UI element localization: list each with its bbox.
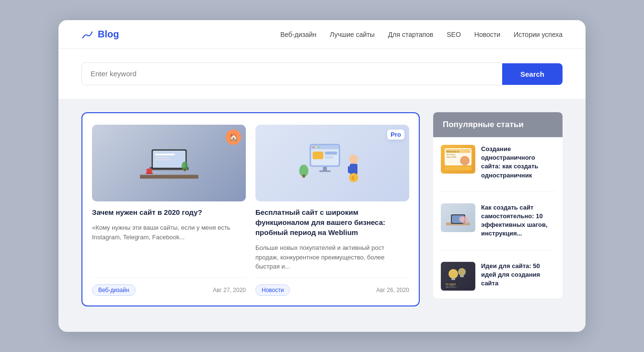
logo-icon <box>81 29 94 40</box>
svg-point-41 <box>448 269 458 279</box>
header: Blog Веб-дизайн Лучшие сайты Для стартап… <box>58 20 586 49</box>
post-meta-2: Новости Авг 26, 2020 <box>255 277 409 296</box>
nav-item-best[interactable]: Лучшие сайты <box>330 31 374 38</box>
post-title-2: Бесплатный сайт с широким функционалом д… <box>255 207 409 237</box>
post-img-illus: $ <box>255 125 409 201</box>
nav-item-success[interactable]: Истории успеха <box>514 31 563 38</box>
svg-point-14 <box>312 147 314 148</box>
main-nav: Веб-дизайн Лучшие сайты Для стартапов SE… <box>280 31 563 38</box>
svg-rect-20 <box>323 167 327 171</box>
svg-point-22 <box>349 154 358 164</box>
sidebar-img-dark: 50 ИДЕЙ ЗАПУСКА С... <box>441 262 475 291</box>
sidebar-cards: Welcome to NY Flower Show 2020 Создание … <box>433 137 563 298</box>
post-card-2[interactable]: $ Pro Бесплатный сайт с широким функцион… <box>255 125 409 296</box>
sidebar-img-1: Welcome to NY Flower Show 2020 <box>441 145 475 174</box>
svg-rect-0 <box>140 175 198 178</box>
post-meta-1: Веб-дизайн Авг 27, 2020 <box>92 277 246 296</box>
nav-item-webdesign[interactable]: Веб-дизайн <box>280 31 316 38</box>
svg-rect-18 <box>325 152 337 154</box>
sidebar-article-title-3: Идеи для сайта: 50 идей для создания сай… <box>481 262 555 288</box>
sidebar-article-3[interactable]: 50 ИДЕЙ ЗАПУСКА С... Идеи для сайта: 50 … <box>441 262 555 291</box>
sidebar-article-2[interactable]: Как создать сайт самостоятельно: 10 эффе… <box>441 203 555 238</box>
svg-rect-44 <box>460 275 464 277</box>
search-section: Search <box>58 49 586 99</box>
sidebar-article-1[interactable]: Welcome to NY Flower Show 2020 Создание … <box>441 145 555 180</box>
svg-rect-17 <box>312 152 323 159</box>
post-badge-pro: Pro <box>387 129 404 140</box>
svg-point-40 <box>459 216 465 222</box>
sidebar-article-title-2: Как создать сайт самостоятельно: 10 эффе… <box>481 203 555 238</box>
nav-item-news[interactable]: Новости <box>474 31 500 38</box>
svg-text:Show 2020: Show 2020 <box>447 156 457 158</box>
svg-text:$: $ <box>352 175 355 180</box>
logo[interactable]: Blog <box>81 29 119 40</box>
main-content: 🏠 Зачем нужен сайт в 2020 году? «Кому ну… <box>58 99 586 324</box>
svg-text:ЗАПУСКА С...: ЗАПУСКА С... <box>446 286 458 288</box>
post-category-2[interactable]: Новости <box>255 284 290 296</box>
sidebar-img-3: 50 ИДЕЙ ЗАПУСКА С... <box>441 262 475 291</box>
svg-rect-6 <box>155 159 171 160</box>
sidebar: Популярные статьи Welcome to NY Flower <box>433 112 563 298</box>
nav-item-startups[interactable]: Для стартапов <box>388 31 434 38</box>
svg-rect-26 <box>302 175 305 177</box>
svg-point-43 <box>458 268 466 276</box>
post-title-1: Зачем нужен сайт в 2020 году? <box>92 207 246 217</box>
svg-rect-9 <box>146 168 151 173</box>
divider-1 <box>441 191 555 192</box>
sidebar-img-yellow: Welcome to NY Flower Show 2020 <box>441 145 475 174</box>
search-button[interactable]: Search <box>502 63 563 85</box>
post-category-1[interactable]: Веб-дизайн <box>92 284 136 296</box>
post-date-2: Авг 26, 2020 <box>376 287 409 293</box>
post-card-1[interactable]: 🏠 Зачем нужен сайт в 2020 году? «Кому ну… <box>92 125 246 296</box>
sidebar-img-light <box>441 203 475 232</box>
post-excerpt-1: «Кому нужны эти ваши сайты, если у меня … <box>92 223 246 271</box>
post-image-2: $ Pro <box>255 125 409 201</box>
svg-point-15 <box>315 147 317 148</box>
svg-text:Welcome to: Welcome to <box>447 150 460 153</box>
sidebar-title: Популярные статьи <box>433 112 563 137</box>
search-input-wrap <box>81 62 502 85</box>
svg-rect-13 <box>311 145 339 149</box>
logo-text: Blog <box>98 29 119 40</box>
post-excerpt-2: Больше новых покупателей и активный рост… <box>255 243 409 271</box>
posts-grid: 🏠 Зачем нужен сайт в 2020 году? «Кому ну… <box>92 125 409 296</box>
post-badge-icon: 🏠 <box>226 129 241 145</box>
svg-rect-24 <box>348 166 352 173</box>
svg-point-16 <box>318 147 319 148</box>
divider-2 <box>441 250 555 250</box>
svg-rect-8 <box>184 169 185 171</box>
post-date-1: Авг 27, 2020 <box>213 287 246 293</box>
search-input[interactable] <box>91 70 494 78</box>
svg-rect-4 <box>155 154 174 155</box>
sidebar-section: Популярные статьи Welcome to NY Flower <box>433 112 563 298</box>
svg-rect-21 <box>319 170 331 172</box>
featured-posts: 🏠 Зачем нужен сайт в 2020 году? «Кому ну… <box>81 112 420 306</box>
sidebar-article-title-1: Создание одностраничного сайта: как созд… <box>481 145 555 180</box>
nav-item-seo[interactable]: SEO <box>447 31 461 38</box>
svg-rect-5 <box>155 157 169 158</box>
svg-rect-35 <box>445 166 472 170</box>
svg-rect-19 <box>325 156 334 159</box>
post-image-1: 🏠 <box>92 125 246 201</box>
post-img-laptop <box>92 125 246 201</box>
svg-rect-42 <box>451 278 455 280</box>
svg-point-34 <box>460 156 470 165</box>
browser-window: Blog Веб-дизайн Лучшие сайты Для стартап… <box>58 20 586 332</box>
svg-rect-10 <box>146 173 153 174</box>
sidebar-img-2 <box>441 203 475 232</box>
